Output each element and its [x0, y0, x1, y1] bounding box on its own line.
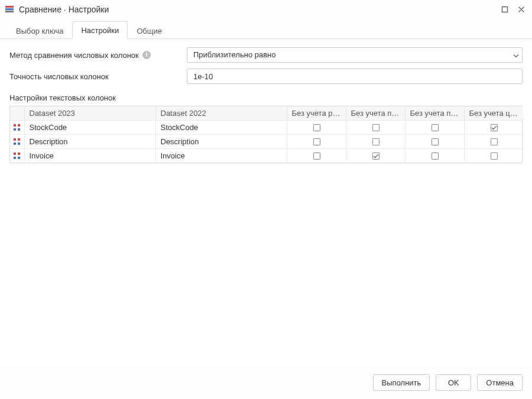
ok-button[interactable]: OK — [436, 374, 471, 391]
tab-general[interactable]: Общие — [128, 22, 171, 39]
th-ignore-punct[interactable]: Без учета пр... — [405, 106, 464, 121]
tab-bar: Выбор ключа Настройки Общие — [0, 19, 532, 39]
cell-dataset-a: Description — [24, 135, 155, 149]
svg-rect-15 — [18, 157, 20, 159]
svg-rect-7 — [18, 128, 20, 131]
checkbox-ignore-punct[interactable] — [432, 138, 439, 145]
cell-dataset-a: Invoice — [24, 149, 155, 163]
checkbox-ignore-digits[interactable] — [491, 153, 498, 160]
checkbox-ignore-spaces[interactable] — [372, 153, 379, 160]
maximize-button[interactable] — [499, 4, 511, 15]
th-ignore-spaces[interactable]: Без учета пу... — [346, 106, 405, 121]
text-columns-title: Настройки текстовых колонок — [9, 93, 523, 102]
checkbox-ignore-digits[interactable] — [491, 138, 498, 145]
svg-rect-3 — [502, 7, 508, 12]
svg-rect-13 — [18, 153, 20, 155]
svg-rect-12 — [14, 153, 16, 155]
svg-rect-11 — [18, 142, 20, 145]
checkbox-ignore-punct[interactable] — [432, 124, 439, 131]
th-dataset-b[interactable]: Dataset 2022 — [155, 106, 287, 121]
compare-icon — [10, 149, 24, 163]
table-header-row: Dataset 2023 Dataset 2022 Без учета ре..… — [10, 106, 523, 121]
checkbox-ignore-case[interactable] — [313, 153, 320, 160]
app-icon — [5, 5, 14, 14]
checkbox-ignore-spaces[interactable] — [372, 138, 379, 145]
footer: Выполнить OK Отмена — [0, 367, 532, 399]
execute-button[interactable]: Выполнить — [373, 374, 430, 391]
svg-rect-14 — [14, 157, 16, 159]
method-label: Метод сравнения числовых колонок — [9, 51, 139, 60]
close-button[interactable] — [515, 4, 527, 15]
content-area: Метод сравнения числовых колонок i Прибл… — [0, 39, 532, 367]
checkbox-ignore-digits[interactable] — [491, 124, 498, 131]
compare-icon — [10, 135, 24, 149]
table-row[interactable]: DescriptionDescription — [10, 135, 523, 149]
method-select-value: Приблизительно равно — [187, 47, 523, 63]
table-row[interactable]: InvoiceInvoice — [10, 149, 523, 163]
precision-label: Точность числовых колонок — [9, 72, 109, 81]
th-dataset-a[interactable]: Dataset 2023 — [24, 106, 155, 121]
precision-input[interactable] — [187, 69, 523, 84]
th-ignore-case[interactable]: Без учета ре... — [287, 106, 346, 121]
svg-rect-9 — [18, 138, 20, 141]
checkbox-ignore-spaces[interactable] — [372, 124, 379, 131]
svg-rect-8 — [14, 138, 16, 141]
cancel-button[interactable]: Отмена — [477, 374, 523, 391]
info-icon[interactable]: i — [142, 51, 151, 59]
compare-icon — [10, 121, 24, 135]
cell-dataset-b: Invoice — [155, 149, 287, 163]
checkbox-ignore-case[interactable] — [313, 124, 320, 131]
tab-settings[interactable]: Настройки — [72, 21, 128, 39]
tab-key-selection[interactable]: Выбор ключа — [7, 22, 72, 39]
cell-dataset-b: StockCode — [155, 121, 287, 135]
svg-rect-2 — [5, 11, 14, 12]
titlebar: Сравнение · Настройки — [0, 0, 532, 19]
svg-rect-0 — [5, 6, 14, 8]
th-icon — [10, 106, 24, 121]
cell-dataset-b: Description — [155, 135, 287, 149]
window-title: Сравнение · Настройки — [19, 5, 109, 14]
checkbox-ignore-case[interactable] — [313, 138, 320, 145]
svg-rect-4 — [14, 124, 16, 126]
svg-rect-10 — [14, 142, 16, 145]
checkbox-ignore-punct[interactable] — [432, 153, 439, 160]
method-select[interactable]: Приблизительно равно — [187, 47, 523, 63]
cell-dataset-a: StockCode — [24, 121, 155, 135]
th-ignore-digits[interactable]: Без учета ци... — [464, 106, 523, 121]
svg-rect-6 — [14, 128, 16, 131]
table-row[interactable]: StockCodeStockCode — [10, 121, 523, 135]
text-columns-table: Dataset 2023 Dataset 2022 Без учета ре..… — [9, 106, 523, 163]
svg-rect-1 — [5, 8, 14, 10]
svg-rect-5 — [18, 124, 20, 126]
